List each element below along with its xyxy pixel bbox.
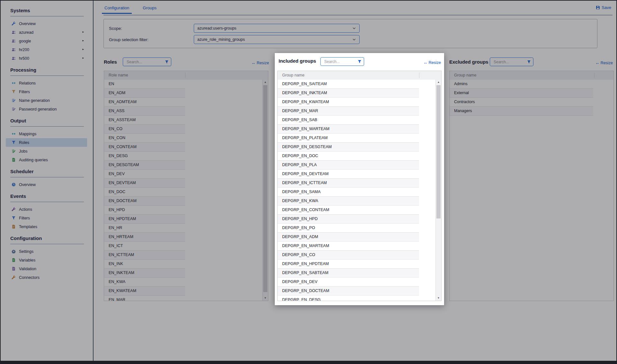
table-row[interactable]: DEPGRP_EN_MAR <box>278 107 419 116</box>
row-label: DEPGRP_EN_SAITEAM <box>278 80 419 88</box>
filter-icon[interactable] <box>358 60 362 64</box>
included-scrollbar[interactable] <box>435 80 441 301</box>
table-row[interactable]: DEPGRP_EN_WARTEAM <box>278 125 419 134</box>
table-row[interactable]: DEPGRP_EN_SAB <box>278 116 419 125</box>
row-label: DEPGRP_EN_DEV <box>278 278 419 286</box>
column-header-group-name: Group name <box>278 71 441 80</box>
column-divider <box>419 73 419 78</box>
table-row[interactable]: DEPGRP_EN_PLATEAM <box>278 134 419 143</box>
table-row[interactable]: DEPGRP_EN_ICTTEAM <box>278 179 419 188</box>
row-label: DEPGRP_EN_INKTEAM <box>278 89 419 97</box>
row-label: DEPGRP_EN_PLATEAM <box>278 134 419 142</box>
row-label: DEPGRP_EN_HPDTEAM <box>278 260 419 268</box>
table-row[interactable]: DEPGRP_EN_KWATEAM <box>278 98 419 107</box>
row-label: DEPGRP_EN_MAR <box>278 107 419 115</box>
included-groups-table: Group name DEPGRP_EN_SAITEAM DEPGRP_EN_I… <box>277 71 442 301</box>
included-table-header: Group name <box>278 71 441 80</box>
row-label: DEPGRP_EN_SABTEAM <box>278 269 419 277</box>
table-row[interactable]: DEPGRP_EN_CO <box>278 251 419 260</box>
table-row[interactable]: DEPGRP_EN_SAITEAM <box>278 80 419 89</box>
row-label: DEPGRP_EN_DESGTEAM <box>278 143 419 151</box>
row-label: DEPGRP_EN_MARTEAM <box>278 242 419 250</box>
row-label: DEPGRP_EN_KWATEAM <box>278 98 419 106</box>
table-row[interactable]: DEPGRP_EN_DEV <box>278 278 419 287</box>
scroll-down-icon[interactable] <box>436 296 441 301</box>
table-row[interactable]: DEPGRP_EN_ADM <box>278 233 419 242</box>
included-groups-panel-title: Included groups <box>279 58 316 64</box>
application-window: Systems Overview azuread google hr200 hr… <box>0 0 617 364</box>
table-row[interactable]: DEPGRP_EN_SAMA <box>278 188 419 197</box>
row-label: DEPGRP_EN_DESG <box>278 296 419 301</box>
row-label: DEPGRP_EN_SAB <box>278 116 419 124</box>
scroll-up-icon[interactable] <box>436 80 441 85</box>
row-label: DEPGRP_EN_CO <box>278 251 419 259</box>
table-row[interactable]: DEPGRP_EN_PLA <box>278 161 419 170</box>
row-label: DEPGRP_EN_HPD <box>278 215 419 223</box>
row-label: DEPGRP_EN_PLA <box>278 161 419 169</box>
scrollbar-thumb[interactable] <box>436 85 441 218</box>
table-row[interactable]: DEPGRP_EN_DESGTEAM <box>278 143 419 152</box>
table-row[interactable]: DEPGRP_EN_HPDTEAM <box>278 260 419 269</box>
table-row[interactable]: DEPGRP_EN_DESG <box>278 296 419 301</box>
included-search-input[interactable] <box>324 59 358 64</box>
row-label: DEPGRP_EN_DOC <box>278 152 419 160</box>
row-label: DEPGRP_EN_KWA <box>278 197 419 205</box>
table-row[interactable]: DEPGRP_EN_DEVTEAM <box>278 170 419 179</box>
row-label: DEPGRP_EN_DEVTEAM <box>278 170 419 178</box>
table-row[interactable]: DEPGRP_EN_KWA <box>278 197 419 206</box>
table-row[interactable]: DEPGRP_EN_CONTEAM <box>278 206 419 215</box>
row-label: DEPGRP_EN_ADM <box>278 233 419 241</box>
table-row[interactable]: DEPGRP_EN_INKTEAM <box>278 89 419 98</box>
included-search-box <box>320 57 364 66</box>
row-label: DEPGRP_EN_PO <box>278 224 419 232</box>
table-row[interactable]: DEPGRP_EN_DOC <box>278 152 419 161</box>
resize-icon <box>423 60 429 65</box>
table-row[interactable]: DEPGRP_EN_HPD <box>278 215 419 224</box>
row-label: DEPGRP_EN_WARTEAM <box>278 125 419 133</box>
row-label: DEPGRP_EN_SAMA <box>278 188 419 196</box>
table-row[interactable]: DEPGRP_EN_PO <box>278 224 419 233</box>
row-label: DEPGRP_EN_ICTTEAM <box>278 179 419 187</box>
table-row[interactable]: DEPGRP_EN_SABTEAM <box>278 269 419 278</box>
included-rows: DEPGRP_EN_SAITEAM DEPGRP_EN_INKTEAM DEPG… <box>278 80 441 301</box>
row-label: DEPGRP_EN_DOCTEAM <box>278 287 419 295</box>
included-groups-panel: Included groups Resize Group name DEPGRP… <box>275 53 444 305</box>
row-label: DEPGRP_EN_CONTEAM <box>278 206 419 214</box>
table-row[interactable]: DEPGRP_EN_DOCTEAM <box>278 287 419 296</box>
included-resize-button[interactable]: Resize <box>423 60 441 65</box>
table-row[interactable]: DEPGRP_EN_MARTEAM <box>278 242 419 251</box>
